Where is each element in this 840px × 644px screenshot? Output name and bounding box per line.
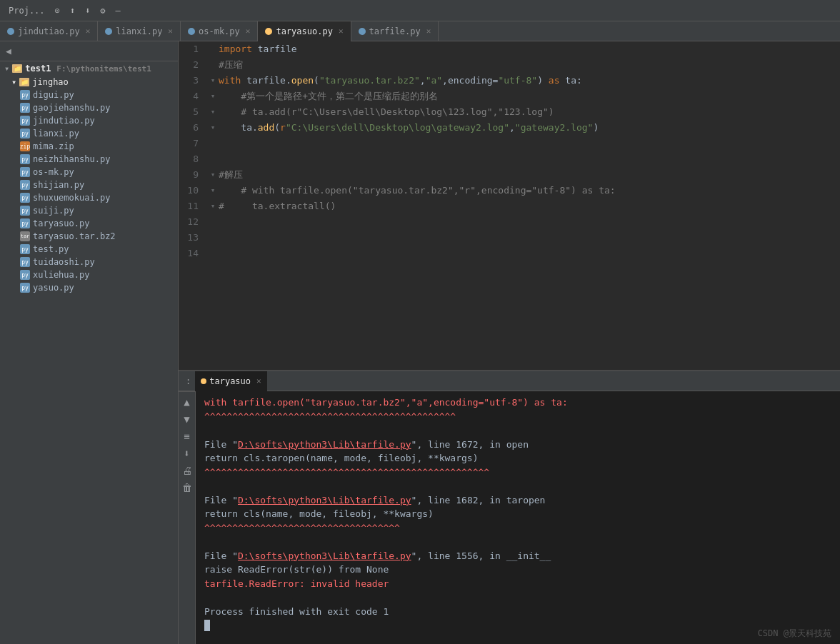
file-icon-neizhihanshu: py xyxy=(20,154,30,164)
file-icon-suiji: py xyxy=(20,206,30,216)
tab-close-taryasuo[interactable]: ✕ xyxy=(339,26,344,36)
terminal-tab-taryasuo[interactable]: taryasuo ✕ xyxy=(195,371,266,391)
file-name-suiji: suiji.py xyxy=(33,206,74,216)
tab-close-os-mk[interactable]: ✕ xyxy=(246,26,251,36)
nav-list-btn[interactable]: ≡ xyxy=(180,429,194,443)
terminal-tab-close[interactable]: ✕ xyxy=(256,376,261,386)
file-icon-os-mk: py xyxy=(20,167,30,177)
file-test[interactable]: py test.py xyxy=(0,243,178,256)
file-name-taryasuo: taryasuo.py xyxy=(33,218,89,228)
minimize-icon[interactable]: — xyxy=(113,4,124,17)
file-icon-test: py xyxy=(20,244,30,254)
file-yasuo[interactable]: py yasuo.py xyxy=(0,281,178,294)
file-xuliehua[interactable]: py xuliehua.py xyxy=(0,268,178,281)
terminal-line-4: return cls.taropen(name, mode, fileobj, … xyxy=(204,451,831,466)
terminal-line-3: File "D:\softs\python3\Lib\tarfile.py", … xyxy=(204,438,831,452)
file-tuidaoshi[interactable]: py tuidaoshi.py xyxy=(0,256,178,268)
file-icon-xuliehua: py xyxy=(20,270,30,280)
line-content-5: # ta.add(r"C:\Users\dell\Desktop\log\123… xyxy=(219,104,840,120)
project-root[interactable]: ▾ 📁 test1 F:\pythonitems\test1 xyxy=(0,61,178,76)
line-num-11: 11 xyxy=(179,198,207,214)
line-num-12: 12 xyxy=(179,214,207,230)
line-fold-9: ▾ xyxy=(207,167,219,183)
toolbar-icon-3[interactable]: ⬇ xyxy=(82,4,93,17)
file-name-lianxi: lianxi.py xyxy=(33,129,79,139)
settings-icon[interactable]: ⚙ xyxy=(97,4,108,17)
file-name-taryasuo-tar: taryasuo.tar.bz2 xyxy=(33,231,116,241)
tab-jindutiao[interactable]: jindutiao.py ✕ xyxy=(0,21,98,41)
line-content-12 xyxy=(219,214,840,230)
file-icon-tuidaoshi: py xyxy=(20,257,30,267)
code-editor[interactable]: 1 import tarfile 2 #压缩 3 ▾ with tarfile.… xyxy=(179,41,840,370)
nav-up-btn[interactable]: ▲ xyxy=(180,395,194,409)
file-suiji[interactable]: py suiji.py xyxy=(0,204,178,217)
tab-os-mk[interactable]: os-mk.py ✕ xyxy=(181,21,258,41)
code-line-3: 3 ▾ with tarfile.open("taryasuo.tar.bz2"… xyxy=(179,73,840,89)
file-shijian[interactable]: py shijian.py xyxy=(0,178,178,191)
sidebar-collapse-btn[interactable]: ◀ xyxy=(4,44,13,58)
file-name-tuidaoshi: tuidaoshi.py xyxy=(33,257,95,267)
file-icon-yasuo: py xyxy=(20,283,30,293)
nav-save-btn[interactable]: ⬇ xyxy=(180,446,194,461)
tab-close-tarfile[interactable]: ✕ xyxy=(426,26,431,36)
terminal-line-blank-4 xyxy=(204,590,831,605)
file-taryasuo-tar[interactable]: tar taryasuo.tar.bz2 xyxy=(0,230,178,243)
file-icon-taryasuo: py xyxy=(20,218,30,228)
file-digui[interactable]: py digui.py xyxy=(0,89,178,101)
code-line-7: 7 xyxy=(179,136,840,151)
file-os-mk[interactable]: py os-mk.py xyxy=(0,166,178,178)
terminal-line-7: return cls(name, mode, fileobj, **kwargs… xyxy=(204,507,831,521)
file-shuxuemokuai[interactable]: py shuxuemokuai.py xyxy=(0,191,178,204)
file-neizhihanshu[interactable]: py neizhihanshu.py xyxy=(0,153,178,166)
tab-close-jindutiao[interactable]: ✕ xyxy=(86,26,91,36)
file-name-mima: mima.zip xyxy=(33,141,74,151)
jinghao-folder-icon: 📁 xyxy=(19,78,29,86)
line-num-1: 1 xyxy=(179,41,207,57)
line-content-7 xyxy=(219,136,840,151)
file-mima-zip[interactable]: zip mima.zip xyxy=(0,140,178,153)
line-content-1: import tarfile xyxy=(219,41,840,57)
terminal-line-5: ^^^^^^^^^^^^^^^^^^^^^^^^^^^^^^^^^^^^^^^^… xyxy=(204,466,831,480)
file-lianxi[interactable]: py lianxi.py xyxy=(0,127,178,140)
tab-lianxi[interactable]: lianxi.py ✕ xyxy=(98,21,181,41)
project-tree: ▾ 📁 test1 F:\pythonitems\test1 ▾ 📁 jingh… xyxy=(0,61,178,644)
line-num-7: 7 xyxy=(179,136,207,151)
terminal-prefix-label: : xyxy=(181,376,195,386)
code-line-9: 9 ▾ #解压 xyxy=(179,167,840,183)
tab-tarfile[interactable]: tarfile.py ✕ xyxy=(351,21,439,41)
file-icon-shuxuemokuai: py xyxy=(20,193,30,203)
tab-close-lianxi[interactable]: ✕ xyxy=(168,26,173,36)
line-num-9: 9 xyxy=(179,167,207,183)
terminal-line-10: raise ReadError(str(e)) from None xyxy=(204,563,831,577)
terminal-body[interactable]: with tarfile.open("taryasuo.tar.bz2","a"… xyxy=(196,391,840,644)
line-num-4: 4 xyxy=(179,89,207,104)
code-line-1: 1 import tarfile xyxy=(179,41,840,57)
nav-print-btn[interactable]: 🖨 xyxy=(180,463,194,478)
terminal-line-blank-3 xyxy=(204,535,831,549)
folder-jinghao[interactable]: ▾ 📁 jinghao xyxy=(0,76,178,89)
file-name-yasuo: yasuo.py xyxy=(33,283,74,293)
nav-down-btn[interactable]: ▼ xyxy=(180,412,194,426)
file-name-jindutiao: jindutiao.py xyxy=(33,116,95,126)
nav-trash-btn[interactable]: 🗑 xyxy=(180,481,194,495)
file-taryasuo-py[interactable]: py taryasuo.py xyxy=(0,217,178,230)
tab-taryasuo[interactable]: taryasuo.py ✕ xyxy=(258,21,351,41)
folder-chevron: ▾ xyxy=(11,77,16,87)
tab-icon-tarfile xyxy=(359,28,366,35)
project-label[interactable]: Proj... xyxy=(6,4,48,17)
line-content-4: #第一个是路径+文件，第二个是压缩后起的别名 xyxy=(219,89,840,104)
line-num-2: 2 xyxy=(179,57,207,73)
file-gaojiehanshu[interactable]: py gaojiehanshu.py xyxy=(0,101,178,114)
code-line-6: 6 ▾ ta.add(r"C:\Users\dell\Desktop\log\g… xyxy=(179,120,840,136)
line-num-5: 5 xyxy=(179,104,207,120)
line-content-6: ta.add(r"C:\Users\dell\Desktop\log\gatew… xyxy=(219,120,840,136)
line-content-13 xyxy=(219,230,840,246)
file-jindutiao[interactable]: py jindutiao.py xyxy=(0,114,178,127)
toolbar-icon-2[interactable]: ⬆ xyxy=(67,4,78,17)
code-line-4: 4 ▾ #第一个是路径+文件，第二个是压缩后起的别名 xyxy=(179,89,840,104)
toolbar-icon-1[interactable]: ⊙ xyxy=(52,4,63,17)
line-fold-11: ▾ xyxy=(207,198,219,214)
file-name-xuliehua: xuliehua.py xyxy=(33,270,89,280)
file-name-shuxuemokuai: shuxuemokuai.py xyxy=(33,193,110,203)
terminal-tabs: : taryasuo ✕ xyxy=(179,371,840,391)
